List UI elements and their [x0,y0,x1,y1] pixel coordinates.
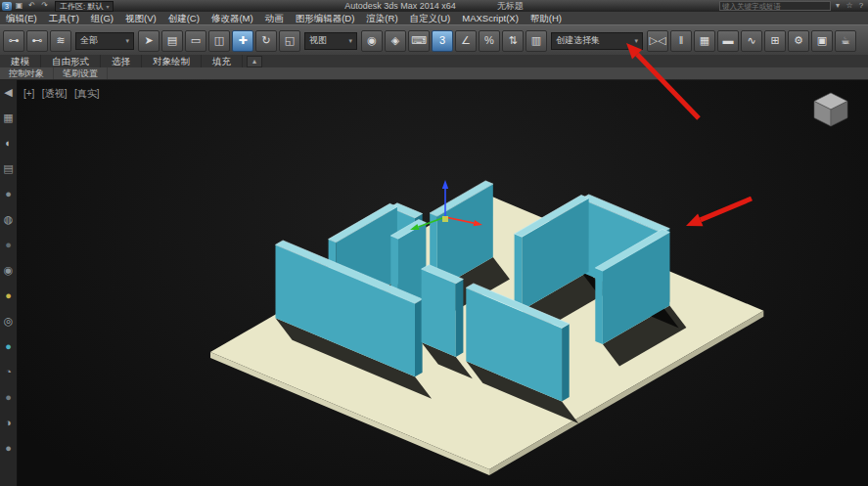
menu-animation[interactable]: 动画 [259,12,290,24]
select-and-manipulate-button[interactable]: ◈ [385,30,406,52]
ribbon-panel-bar: 控制对象笔刷设置 [0,67,868,80]
undo-icon[interactable]: ↶ [26,1,37,11]
bind-to-space-warp-button[interactable]: ≋ [50,30,71,52]
panel-brush-settings[interactable]: 笔刷设置 [54,67,108,79]
schematic-view-button[interactable]: ⊞ [764,30,786,52]
render-production-button[interactable]: ☕ [835,30,856,52]
snap-toggle-3d-button[interactable]: 3 [432,30,453,52]
menu-customize[interactable]: 自定义(U) [404,12,457,24]
viewport-layout-tab-icon[interactable]: ◀ [0,79,17,105]
infocenter: ▾ ☆ ? [719,1,866,11]
ribbon-toggle-button[interactable]: ▬ [717,30,739,52]
tab-freeform[interactable]: 自由形式 [41,55,101,67]
redo-icon[interactable]: ↷ [39,1,50,11]
unlink-selection-button[interactable]: ⊷ [26,30,48,52]
select-and-link-button[interactable]: ⊶ [3,30,24,52]
left-tool-grid-icon[interactable]: ▦ [0,105,17,130]
left-tool-sphere-2-icon[interactable]: ◍ [0,206,17,232]
rectangular-selection-button[interactable]: ▭ [185,30,206,52]
quick-access-toolbar: 3 ▣ ↶ ↷ 工作区: 默认 ▾ [0,1,114,12]
favorites-star-icon[interactable]: ☆ [845,1,854,11]
menu-graph-editors[interactable]: 图形编辑器(D) [290,12,361,24]
left-tool-half-icon[interactable]: ◑ [0,410,17,435]
chevron-down-icon: ▾ [106,3,109,10]
ribbon-tabs: 建模自由形式选择对象绘制填充 [0,55,243,67]
window-crossing-button[interactable]: ◫ [208,30,230,52]
main-toolbar: ⊶⊷≋全部▾➤▤▭◫✚↻◱视图▾◉◈⌨3∠%⇅▥创建选择集▾▷◁‖▦▬∿⊞⚙▣☕ [0,24,868,57]
viewport-shading-menu[interactable]: [真实] [74,88,100,99]
tab-modeling[interactable]: 建模 [0,55,41,67]
left-tool-half-sphere-icon[interactable]: ◐ [0,130,17,155]
wall-center-a[interactable] [422,265,464,357]
use-pivot-center-button[interactable]: ◉ [361,30,383,52]
3ds-max-window: 3 ▣ ↶ ↷ 工作区: 默认 ▾ Autodesk 3ds Max 2014 … [0,0,868,486]
title-bar: 3 ▣ ↶ ↷ 工作区: 默认 ▾ Autodesk 3ds Max 2014 … [0,0,868,12]
align-button[interactable]: ‖ [670,30,692,52]
panel-control-objects[interactable]: 控制对象 [0,67,54,79]
tab-object-paint[interactable]: 对象绘制 [142,55,202,67]
menu-edit[interactable]: 编辑(E) [0,12,43,24]
app-title-text: Autodesk 3ds Max 2014 x64 [344,1,456,11]
menu-create[interactable]: 创建(C) [162,12,206,24]
edit-named-selections-button[interactable]: ▥ [525,30,547,52]
menu-rendering[interactable]: 渲染(R) [360,12,403,24]
menu-tools[interactable]: 工具(T) [43,12,85,24]
menu-modifiers[interactable]: 修改器(M) [206,12,259,24]
gizmo-plane-handle [442,216,448,222]
spinner-snap-button[interactable]: ⇅ [502,30,524,52]
tab-populate[interactable]: 填充 [202,55,243,67]
document-name: 无标题 [497,1,524,11]
ribbon-minimize-button[interactable]: ▴ [247,56,262,67]
left-tool-sphere-3-icon[interactable]: ● [0,232,17,257]
named-selection-sets-dropdown[interactable]: 创建选择集▾ [551,32,643,50]
left-tool-yellow-sphere-icon[interactable]: ● [0,283,17,308]
select-and-scale-button[interactable]: ◱ [279,30,300,52]
rendered-frame-button[interactable]: ▣ [811,30,833,52]
menu-views[interactable]: 视图(V) [119,12,162,24]
left-tool-ring-icon[interactable]: ◎ [0,308,17,333]
angle-snap-button[interactable]: ∠ [455,30,477,52]
render-setup-button[interactable]: ⚙ [788,30,809,52]
infocenter-search-input[interactable] [719,1,831,11]
select-object-button[interactable]: ➤ [138,30,160,52]
tab-selection[interactable]: 选择 [101,55,142,67]
keyboard-override-button[interactable]: ⌨ [408,30,430,52]
left-tool-sphere-4-icon[interactable]: ● [0,384,17,410]
ribbon-tab-bar: 建模自由形式选择对象绘制填充 ▴ [0,55,868,68]
save-icon[interactable]: ▣ [14,1,24,11]
left-tool-teal-sphere-icon[interactable]: ● [0,333,17,359]
left-tool-quarter-icon[interactable]: ◔ [0,359,17,384]
viewport-canvas[interactable] [17,79,868,486]
reference-coordinate-dropdown[interactable]: 视图▾ [304,32,357,50]
menu-help[interactable]: 帮助(H) [525,12,568,24]
viewport-general-menu[interactable]: [+] [23,88,34,99]
left-tool-list-icon[interactable]: ▤ [0,155,17,181]
workspace-label: 工作区: 默认 [60,1,103,12]
menu-maxscript[interactable]: MAXScript(X) [456,12,525,24]
search-dropdown-icon[interactable]: ▾ [833,1,843,11]
layer-manager-button[interactable]: ▦ [694,30,715,52]
help-icon[interactable]: ? [856,1,866,11]
selection-filter-dropdown[interactable]: 全部▾ [75,32,134,50]
viewport-pov-menu[interactable]: [透视] [42,88,68,99]
select-by-name-button[interactable]: ▤ [161,30,183,52]
viewcube[interactable] [814,93,847,126]
viewport-label: [+] [透视] [真实] [23,83,102,101]
left-toolbar: ◀▦◐▤●◍●◉●◎●◔●◑● [0,79,18,486]
app-logo-icon[interactable]: 3 [2,2,12,11]
menu-group[interactable]: 组(G) [85,12,119,24]
workspace-dropdown[interactable]: 工作区: 默认 ▾ [55,1,114,12]
left-tool-sphere-5-icon[interactable]: ● [0,435,17,461]
select-and-move-button[interactable]: ✚ [232,30,253,52]
select-and-rotate-button[interactable]: ↻ [255,30,277,52]
left-tool-sphere-1-icon[interactable]: ● [0,181,17,206]
left-tool-target-icon[interactable]: ◉ [0,257,17,283]
perspective-viewport[interactable]: [+] [透视] [真实] [17,79,868,486]
curve-editor-button[interactable]: ∿ [741,30,762,52]
menu-bar: 编辑(E)工具(T)组(G)视图(V)创建(C)修改器(M)动画图形编辑器(D)… [0,12,868,25]
percent-snap-button[interactable]: % [479,30,500,52]
mirror-button[interactable]: ▷◁ [647,30,668,52]
